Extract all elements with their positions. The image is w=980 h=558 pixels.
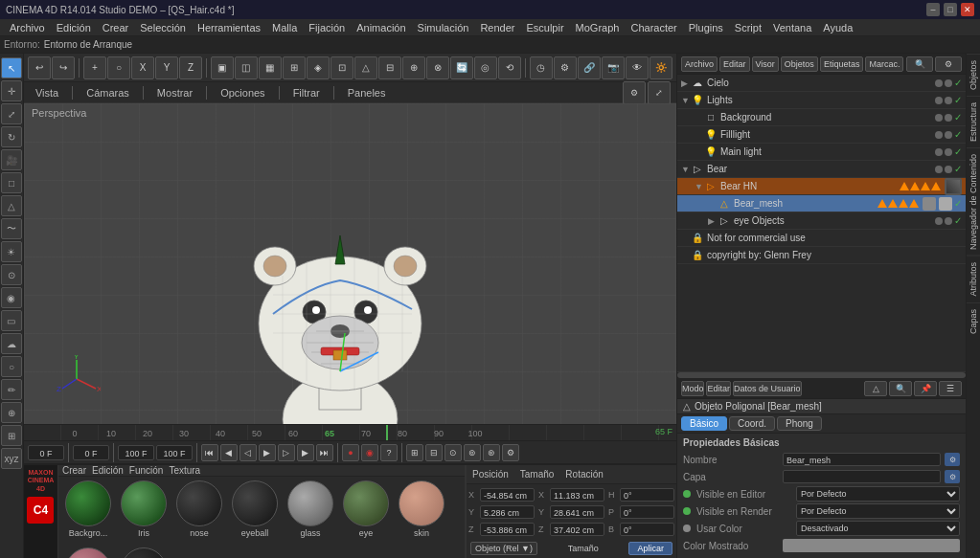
obj-copyright[interactable]: 🔒 copyright by: Glenn Frey <box>677 247 966 264</box>
material-item-nose[interactable]: nose <box>173 480 225 544</box>
obj-bear-mesh[interactable]: △ Bear_mesh ✓ <box>677 195 966 212</box>
mesh-btn-12[interactable]: ◎ <box>474 56 497 79</box>
playback-record-auto[interactable]: ? <box>380 444 398 461</box>
menu-character[interactable]: Character <box>625 19 682 36</box>
viewport-config-btn[interactable]: ⚙ <box>623 81 646 104</box>
menu-esculpir[interactable]: Esculpir <box>520 19 569 36</box>
obj-bear[interactable]: ▼ ▷ Bear ✓ <box>677 161 966 178</box>
menu-ayuda[interactable]: Ayuda <box>817 19 858 36</box>
tool-axis[interactable]: ⊕ <box>1 402 22 423</box>
object-list[interactable]: ▶ ☁ Cielo ✓ ▼ 💡 Lights ✓ <box>677 75 966 371</box>
xyz-button[interactable]: X <box>131 56 154 79</box>
playback-play[interactable]: ▶ <box>259 444 276 461</box>
playback-go-start[interactable]: ⏮ <box>201 444 218 461</box>
attr-capa-btn[interactable]: ⚙ <box>945 470 960 483</box>
attr-edit-btn[interactable]: Editar <box>706 381 731 396</box>
minimize-button[interactable]: – <box>926 3 940 16</box>
mesh-btn-11[interactable]: 🔄 <box>450 56 473 79</box>
mesh-btn-2[interactable]: ◫ <box>235 56 258 79</box>
attr-tab-phong[interactable]: Phong <box>777 416 822 431</box>
playback-start-frame[interactable]: 0 F <box>28 445 64 460</box>
tool-material[interactable]: ◉ <box>1 287 22 308</box>
playback-key-btn4[interactable]: ⊚ <box>464 444 481 461</box>
attr-visible-render-select[interactable]: Por Defecto <box>796 503 960 519</box>
undo-button[interactable]: ↩ <box>28 56 51 79</box>
rot-b-field[interactable]: 0° <box>620 523 674 536</box>
obj-filllight[interactable]: 💡 Filllight ✓ <box>677 126 966 144</box>
mat-tab-edicion[interactable]: Edición <box>92 465 124 476</box>
tool-move[interactable]: ✛ <box>1 80 22 101</box>
render-btn-5[interactable]: 👁 <box>626 56 649 79</box>
maximize-button[interactable]: □ <box>944 3 957 16</box>
obj-background[interactable]: □ Background ✓ <box>677 109 966 126</box>
menu-simulacion[interactable]: Simulación <box>412 19 475 36</box>
mesh-btn-3[interactable]: ▦ <box>259 56 282 79</box>
tool-select[interactable]: ↖ <box>1 57 22 78</box>
material-item-iris[interactable]: Iris <box>118 480 170 544</box>
attr-mode-btn[interactable]: Modo <box>681 381 705 396</box>
mesh-btn-1[interactable]: ▣ <box>211 56 234 79</box>
object-rel-button[interactable]: Objeto (Rel ▼) <box>470 542 537 555</box>
menu-animacion[interactable]: Animación <box>351 19 411 36</box>
playback-record[interactable]: ● <box>342 444 359 461</box>
material-item-earinne[interactable]: ear inne... <box>62 547 114 558</box>
strip-tab-estructura[interactable]: Estructura <box>967 96 980 147</box>
attr-color-swatch[interactable] <box>783 539 960 552</box>
menu-ventana[interactable]: Ventana <box>767 19 817 36</box>
menu-script[interactable]: Script <box>729 19 767 36</box>
attr-icon1[interactable]: △ <box>864 381 887 396</box>
attr-nombre-field[interactable]: Bear_mesh <box>783 453 941 466</box>
tool-paint[interactable]: ✏ <box>1 379 22 400</box>
render-btn-2[interactable]: ⚙ <box>554 56 577 79</box>
apply-button[interactable]: Aplicar <box>628 542 672 555</box>
playback-key-btn1[interactable]: ⊞ <box>406 444 423 461</box>
render-btn-1[interactable]: ◷ <box>530 56 553 79</box>
menu-herramientas[interactable]: Herramientas <box>192 19 266 36</box>
obj-bear-hn[interactable]: ▼ ▷ Bear HN <box>677 178 966 195</box>
object-list-scrollbar[interactable] <box>677 371 966 377</box>
rt-objetos[interactable]: Objetos <box>781 56 818 72</box>
attr-usar-color-select[interactable]: Desactivado <box>796 521 960 536</box>
tool-rotate[interactable]: ↻ <box>1 126 22 147</box>
mesh-btn-7[interactable]: △ <box>354 56 377 79</box>
yz-button[interactable]: Y <box>155 56 178 79</box>
render-btn-4[interactable]: 📷 <box>602 56 625 79</box>
obj-cielo[interactable]: ▶ ☁ Cielo ✓ <box>677 75 966 92</box>
mesh-btn-5[interactable]: ◈ <box>307 56 330 79</box>
tool-xyz[interactable]: xyz <box>1 448 22 469</box>
tool-polygon[interactable]: △ <box>1 195 22 216</box>
mat-tab-textura[interactable]: Textura <box>169 465 200 476</box>
mesh-btn-6[interactable]: ⊡ <box>330 56 353 79</box>
playback-record-active[interactable]: ◉ <box>361 444 378 461</box>
tool-scale[interactable]: ⤢ <box>1 103 22 124</box>
playback-go-end[interactable]: ⏭ <box>316 444 333 461</box>
close-button[interactable]: ✕ <box>961 3 974 16</box>
mesh-btn-4[interactable]: ⊞ <box>283 56 306 79</box>
obj-lights[interactable]: ▼ 💡 Lights ✓ <box>677 92 966 109</box>
viewport-tab-paneles[interactable]: Paneles <box>342 82 392 103</box>
z-button[interactable]: Z <box>179 56 202 79</box>
object-type-button[interactable]: ○ <box>107 56 130 79</box>
pos-y-field[interactable]: 5.286 cm <box>480 505 535 519</box>
playback-step-fwd[interactable]: ▷ <box>278 444 295 461</box>
timeline-playhead[interactable] <box>386 425 388 440</box>
tool-spline[interactable]: 〜 <box>1 218 22 239</box>
obj-not-commercial[interactable]: 🔒 Not for commercial use <box>677 230 966 247</box>
material-item-eye[interactable]: eye <box>340 480 392 544</box>
size-x-field[interactable]: 11.183 cm <box>550 488 604 502</box>
playback-key-btn5[interactable]: ⊛ <box>483 444 500 461</box>
mat-tab-funcion[interactable]: Función <box>129 465 164 476</box>
render-btn-6[interactable]: 🔆 <box>650 56 672 79</box>
obj-eye-objects[interactable]: ▶ ▷ eye Objects ✓ <box>677 212 966 230</box>
playback-key-btn3[interactable]: ⊙ <box>444 444 462 461</box>
redo-button[interactable]: ↪ <box>52 56 75 79</box>
playback-fps[interactable]: 100 F <box>156 445 193 460</box>
material-item-skin[interactable]: skin <box>396 480 447 544</box>
strip-tab-capas[interactable]: Capas <box>967 302 980 340</box>
menu-malla[interactable]: Malla <box>266 19 303 36</box>
menu-archivo[interactable]: Archivo <box>4 19 51 36</box>
rt-etiquetas[interactable]: Etiquetas <box>820 56 864 72</box>
menu-seleccion[interactable]: Selección <box>134 19 192 36</box>
rt-visor[interactable]: Visor <box>752 56 779 72</box>
tool-joint[interactable]: ⊙ <box>1 264 22 285</box>
